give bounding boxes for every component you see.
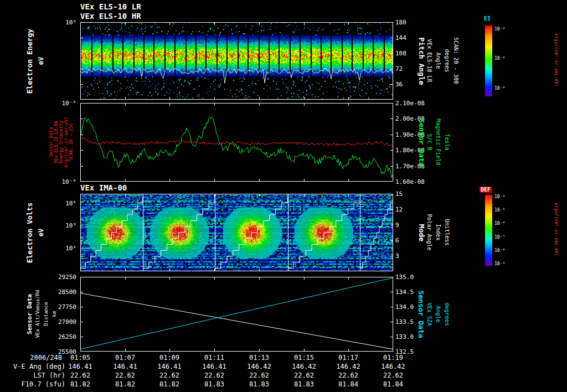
ei-colorbar-ticks-tick: 10⁻⁶ xyxy=(494,56,505,61)
panel4-right-axis-label-line: degrees xyxy=(444,277,450,352)
bottom-row-value: 81.84 xyxy=(332,380,365,388)
ei-colorbar-ticks-tick: 10⁻⁴ xyxy=(494,27,505,32)
panel3-title: VEx IMA-00 xyxy=(80,183,127,192)
time-tick-label: 01:17 xyxy=(332,354,365,362)
panel4-right-axis-label-line: VEx SZA xyxy=(426,277,432,352)
panel4-right-axis-label-line: Angle xyxy=(435,277,441,352)
panel2-left-axis-label-line: Sensor Data xyxy=(49,103,54,182)
bottom-row-value: 146.41 xyxy=(64,363,97,370)
bottom-row-label: LST (hr) xyxy=(0,372,65,379)
panel3-right-axis-label-line: Polar Angle xyxy=(426,194,432,271)
time-tick-label: 01:05 xyxy=(64,354,97,362)
bottom-row-label: V-E Ang (deg) xyxy=(0,363,65,370)
panel2-left-axis-label-line: Energy Intensity xyxy=(59,103,64,182)
panel2-right-axis-label-line: Tesla xyxy=(444,103,450,182)
panel1-title-line2: VEx ELS-10 HR xyxy=(80,12,141,20)
bottom-row-value: 22.62 xyxy=(153,372,186,379)
panel1-right-ticks-tick: 36 xyxy=(395,81,403,88)
time-tick-label: 01:11 xyxy=(198,354,231,362)
panel4-right-ticks-tick: 134.5 xyxy=(395,288,414,296)
date-label: 2006/248 xyxy=(0,354,62,362)
panel3-right-ticks-tick: 6 xyxy=(395,237,399,244)
def-colorbar xyxy=(485,195,492,266)
bottom-row-value: 146.42 xyxy=(332,363,365,370)
panel1-right-axis-label-line: Angle xyxy=(435,22,441,100)
bottom-row-value: 146.41 xyxy=(153,363,186,370)
panel4-left-ticks-tick: 26250 xyxy=(58,333,76,341)
panel1-right-ticks-tick: 180 xyxy=(395,19,406,26)
def-colorbar-ticks-tick: 10⁻⁶ xyxy=(494,221,505,226)
panel3-left-ticks-tick: 10² xyxy=(65,245,76,252)
def-colorbar-label: DEF xyxy=(480,187,492,193)
panel3-right-ticks-tick: 15 xyxy=(395,190,403,198)
def-colorbar-unit-label: ergs/(cm²-sr-sec-eV) xyxy=(554,188,559,271)
bottom-row-value: 81.83 xyxy=(198,380,231,388)
bottom-row-value: 22.62 xyxy=(377,372,410,379)
panel4-left-axis-label-line: VEx Alt/Venus/Pd xyxy=(35,277,40,352)
ei-colorbar-label: EI xyxy=(484,16,491,22)
panel3-left-axis-label-line: eV xyxy=(37,194,45,271)
def-colorbar-ticks-tick: 10⁻⁵ xyxy=(494,208,505,213)
vex-plot-screen: VEx ELS-10 LR VEx ELS-10 HR VEx IMA-00 1… xyxy=(0,0,567,392)
bottom-row-value: 81.82 xyxy=(109,380,142,388)
panel1-left-ticks: 10³ xyxy=(53,22,78,100)
bottom-row-value: 81.84 xyxy=(377,380,410,388)
panel2-left-axis-label-line: SCAN: 20 - 150 xyxy=(69,103,74,182)
panel2-right-axis-label-line: Magnetic Field xyxy=(435,103,441,182)
bottom-row-value: 81.83 xyxy=(243,380,276,388)
ei-colorbar-ticks-tick: 10⁻⁸ xyxy=(494,86,505,91)
panel4-right-axis-label-line: Sensor Data xyxy=(417,277,425,352)
time-tick-label: 01:09 xyxy=(153,354,186,362)
panel1-title-line1: VEx ELS-10 LR xyxy=(80,2,141,11)
panel4-right-ticks-tick: 133.5 xyxy=(395,318,414,326)
panel4-right-ticks-tick: 133.0 xyxy=(395,333,414,341)
panel1-right-axis-label-line: VEx ELS-10 LR xyxy=(426,22,432,100)
time-tick-label: 01:19 xyxy=(377,354,410,362)
bottom-row-label: F10.7 (sfu) xyxy=(0,380,65,388)
panel4-left-axis-label-line: Sensor Data xyxy=(26,277,33,352)
bottom-row-value: 146.42 xyxy=(243,363,276,370)
panel2-right-axis-label-line: Sensor Data xyxy=(417,104,426,182)
panel4-left-axis-label-line: km xyxy=(51,277,57,352)
bottom-row-value: 22.62 xyxy=(287,372,321,379)
panel3-left-axis-label-line: Electron Volts xyxy=(25,194,34,272)
bottom-row-value: 146.41 xyxy=(109,363,142,370)
bottom-annotations: 2006/24801:0501:0701:0901:1101:1301:1501… xyxy=(0,354,567,390)
bottom-row-value: 81.82 xyxy=(64,380,97,388)
panel1-right-ticks-tick: 72 xyxy=(395,65,403,73)
time-tick-label: 01:13 xyxy=(243,354,276,362)
bottom-row-value: 146.41 xyxy=(198,363,231,370)
panel3-right-axis-label-line: Index xyxy=(435,194,441,271)
bottom-row-value: 146.42 xyxy=(377,363,410,370)
panel1-left-ticks-tick: 10³ xyxy=(65,19,76,26)
panel3-right-axis-label-line: Mode xyxy=(417,194,426,272)
intensity-bfield-canvas xyxy=(80,103,393,182)
def-colorbar-ticks-tick: 10⁻⁸ xyxy=(494,248,505,253)
panel2-left-axis-label-line: VEx ELS-10 LR-Bk xyxy=(54,103,59,182)
panel3-right-ticks-tick: 12 xyxy=(395,206,403,213)
panel1-right-ticks-tick: 144 xyxy=(395,34,406,42)
def-colorbar-ticks-tick: 10⁻⁹ xyxy=(494,261,505,266)
panel1-right-axis-label-line: Pitch Angle xyxy=(417,23,426,100)
bottom-row-value: 22.62 xyxy=(64,372,97,379)
panel2-right-axis-label-line: S/C B xyxy=(426,103,432,182)
altitude-sza-canvas xyxy=(80,277,393,352)
def-colorbar-ticks: 10⁻⁴10⁻⁵10⁻⁶10⁻⁷10⁻⁸10⁻⁹ xyxy=(494,195,511,266)
panel4-left-ticks-tick: 29250 xyxy=(58,274,76,281)
panel1-right-ticks-tick: 108 xyxy=(395,50,406,57)
panel4-left-axis-label-line: Distance xyxy=(43,277,49,352)
time-tick-label: 01:15 xyxy=(287,354,321,362)
panel4-right-ticks-tick: 135.0 xyxy=(395,274,414,281)
def-colorbar-ticks-tick: 10⁻⁴ xyxy=(494,194,505,199)
panel1-right-axis-label-line: SCAN: 20 - 300 xyxy=(453,22,459,100)
panel4-left-ticks-tick: 28500 xyxy=(58,288,76,296)
panel3-left-ticks-tick: 10⁴ xyxy=(65,200,76,207)
bottom-row-value: 22.62 xyxy=(332,372,365,379)
bottom-row-value: 22.62 xyxy=(243,372,276,379)
panel4-right-ticks-tick: 134.0 xyxy=(395,303,414,311)
panel3-left-ticks-tick: 10³ xyxy=(65,222,76,229)
panel1-left-axis-label-line: eV xyxy=(37,22,45,100)
bottom-row-value: 146.42 xyxy=(287,363,321,370)
panel3-right-axis-label-line: Unitless xyxy=(444,194,450,271)
panel1-left-axis-label-line: Electron Energy xyxy=(25,23,34,100)
